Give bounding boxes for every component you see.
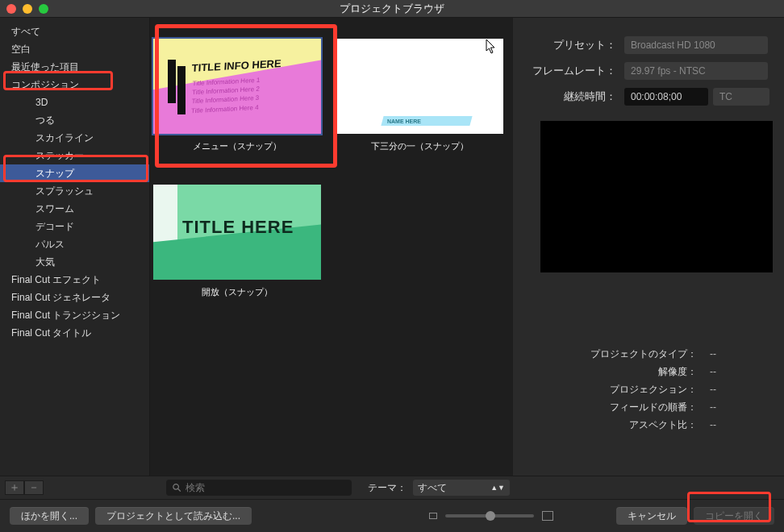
titlebar: プロジェクトブラウザ <box>0 0 784 18</box>
size-slider-knob[interactable] <box>486 511 495 521</box>
toolbar-middle: ＋ － ⚲ テーマ： すべて ▲▼ <box>0 476 784 500</box>
thumb-title-text: TITLE HERE <box>182 217 294 238</box>
size-slider-track[interactable] <box>445 514 534 517</box>
remove-button[interactable]: － <box>24 480 44 495</box>
meta-aspect-label: アスペクト比： <box>523 418 697 432</box>
template-thumbnail[interactable]: TITLE INFO HERE Title Information Here 1… <box>153 39 321 134</box>
sidebar-item-all[interactable]: すべて <box>0 23 149 40</box>
meta-project-type-value: -- <box>705 348 716 360</box>
duration-label: 継続時間： <box>523 89 616 104</box>
template-thumbnail[interactable]: TITLE HERE <box>153 185 321 280</box>
meta-resolution-value: -- <box>705 366 716 377</box>
meta-field-order-label: フィールドの順番： <box>523 401 697 414</box>
template-thumbnail[interactable]: NAME HERE <box>336 39 503 134</box>
footer-toolbar: ほかを開く... プロジェクトとして読み込む... キャンセル コピーを開く <box>0 500 784 532</box>
right-panel: プリセット： Broadcast HD 1080 フレームレート： 29.97 … <box>513 18 784 476</box>
template-label: 下三分の一（スナップ） <box>371 140 469 152</box>
updown-icon: ▲▼ <box>490 484 505 492</box>
open-copy-button[interactable]: コピーを開く <box>694 507 774 525</box>
thumb-info-lines: Title Information Here 1 Title Informati… <box>191 76 261 115</box>
meta-projection-value: -- <box>705 384 716 395</box>
sidebar-item-recent[interactable]: 最近使った項目 <box>0 58 149 76</box>
sidebar-item-3d[interactable]: 3D <box>0 94 149 111</box>
large-thumbnail-icon <box>542 511 553 521</box>
small-thumbnail-icon <box>429 513 437 519</box>
sidebar-item-skyline[interactable]: スカイライン <box>0 129 149 147</box>
meta-project-type-label: プロジェクトのタイプ： <box>523 347 697 361</box>
search-input[interactable] <box>186 482 345 493</box>
template-item-lower-third-snap[interactable]: NAME HERE 下三分の一（スナップ） <box>336 39 503 152</box>
thumbnail-size-slider[interactable] <box>429 511 553 521</box>
sidebar-item-atmosphere[interactable]: 大気 <box>0 253 149 271</box>
preview-viewport <box>540 121 773 272</box>
cancel-button[interactable]: キャンセル <box>616 507 687 525</box>
template-label: メニュー（スナップ） <box>193 140 281 152</box>
sidebar-item-swarm[interactable]: スワーム <box>0 200 149 218</box>
preset-label: プリセット： <box>523 38 616 52</box>
sidebar-item-splash[interactable]: スプラッシュ <box>0 182 149 200</box>
duration-field[interactable]: 00:00:08;00 <box>624 88 708 106</box>
sidebar-item-decode[interactable]: デコード <box>0 218 149 235</box>
window-close-button[interactable] <box>6 4 16 14</box>
timecode-format-select[interactable]: TC <box>713 88 769 106</box>
sidebar-item-fcp-transitions[interactable]: Final Cut トランジション <box>0 306 149 324</box>
preset-select[interactable]: Broadcast HD 1080 <box>624 36 768 54</box>
template-item-menu-snap[interactable]: TITLE INFO HERE Title Information Here 1… <box>153 39 321 152</box>
sidebar: すべて 空白 最近使った項目 コンポジション 3D つる スカイライン ステッカ… <box>0 18 150 476</box>
sidebar-item-blank[interactable]: 空白 <box>0 40 149 58</box>
theme-value: すべて <box>418 481 447 495</box>
sidebar-item-compositions[interactable]: コンポジション <box>0 76 149 94</box>
framerate-select[interactable]: 29.97 fps - NTSC <box>624 62 768 80</box>
import-as-project-button[interactable]: プロジェクトとして読み込む... <box>95 507 252 525</box>
theme-label: テーマ： <box>368 481 407 495</box>
sidebar-item-sticker[interactable]: ステッカー <box>0 147 149 164</box>
template-label: 開放（スナップ） <box>202 286 273 298</box>
framerate-label: フレームレート： <box>523 64 616 78</box>
template-item-open-snap[interactable]: TITLE HERE 開放（スナップ） <box>153 185 321 298</box>
sidebar-item-fcp-effects[interactable]: Final Cut エフェクト <box>0 271 149 289</box>
search-icon: ⚲ <box>169 480 184 495</box>
sidebar-item-pulse[interactable]: パルス <box>0 235 149 253</box>
sidebar-item-fcp-titles[interactable]: Final Cut タイトル <box>0 324 149 342</box>
sidebar-item-snap[interactable]: スナップ <box>0 164 149 182</box>
open-other-button[interactable]: ほかを開く... <box>10 507 89 525</box>
thumb-strip-text: NAME HERE <box>387 118 421 124</box>
window-title: プロジェクトブラウザ <box>0 2 784 16</box>
meta-projection-label: プロジェクション： <box>523 383 697 397</box>
sidebar-item-fcp-generators[interactable]: Final Cut ジェネレータ <box>0 289 149 306</box>
meta-aspect-value: -- <box>705 419 716 430</box>
add-button[interactable]: ＋ <box>5 480 24 495</box>
window-zoom-button[interactable] <box>39 4 48 14</box>
theme-select[interactable]: すべて ▲▼ <box>413 480 510 496</box>
template-gallery: TITLE INFO HERE Title Information Here 1… <box>150 18 513 476</box>
sidebar-item-tsuru[interactable]: つる <box>0 111 149 129</box>
meta-field-order-value: -- <box>705 401 716 413</box>
search-field[interactable]: ⚲ <box>166 480 352 496</box>
window-minimize-button[interactable] <box>23 4 32 14</box>
meta-resolution-label: 解像度： <box>523 365 697 379</box>
